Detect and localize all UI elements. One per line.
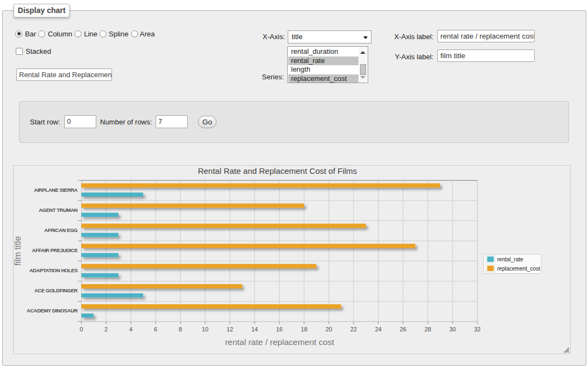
svg-text:AIRPLANE SIERRA: AIRPLANE SIERRA — [34, 187, 78, 193]
svg-text:film title: film title — [14, 236, 22, 266]
svg-text:AFFAIR PREJUDICE: AFFAIR PREJUDICE — [32, 247, 78, 253]
svg-text:ACADEMY DINOSAUR: ACADEMY DINOSAUR — [27, 308, 78, 313]
svg-text:2: 2 — [104, 326, 108, 333]
svg-text:26: 26 — [400, 326, 406, 333]
svg-text:14: 14 — [251, 326, 258, 333]
svg-text:24: 24 — [375, 326, 381, 333]
svg-text:0: 0 — [80, 326, 83, 333]
svg-text:rental rate / replacement cost: rental rate / replacement cost — [225, 337, 335, 347]
svg-text:ADAPTATION HOLES: ADAPTATION HOLES — [29, 267, 78, 273]
svg-text:AFRICAN EGG: AFRICAN EGG — [44, 227, 77, 233]
svg-text:22: 22 — [350, 326, 357, 333]
svg-text:10: 10 — [202, 326, 208, 333]
svg-text:8: 8 — [179, 326, 182, 333]
svg-text:20: 20 — [325, 326, 332, 333]
svg-text:12: 12 — [226, 326, 233, 333]
svg-text:rental_rate: rental_rate — [497, 256, 523, 262]
svg-text:18: 18 — [301, 326, 307, 333]
svg-text:30: 30 — [449, 326, 456, 333]
svg-text:28: 28 — [424, 326, 431, 333]
svg-text:replacement_cost: replacement_cost — [497, 266, 540, 272]
svg-text:32: 32 — [474, 326, 480, 333]
svg-text:6: 6 — [154, 326, 157, 333]
svg-text:Rental Rate and Replacement Co: Rental Rate and Replacement Cost of Film… — [198, 166, 357, 175]
svg-text:AGENT TRUMAN: AGENT TRUMAN — [39, 207, 78, 213]
svg-text:4: 4 — [129, 326, 133, 333]
svg-text:ACE GOLDFINGER: ACE GOLDFINGER — [34, 287, 78, 293]
svg-text:16: 16 — [276, 326, 282, 333]
